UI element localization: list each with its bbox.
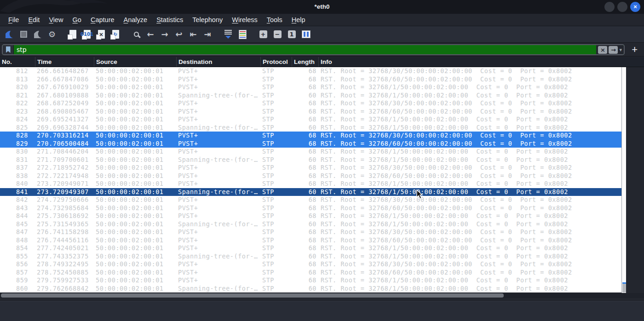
- cell-info: RST. Root = 32768/1/50:00:00:02:00:00 Co…: [319, 156, 622, 164]
- packet-row-830[interactable]: 830271.70844620450:00:00:02:00:01PVST+ST…: [0, 148, 622, 156]
- zoom-out-icon[interactable]: −: [271, 28, 284, 41]
- menu-analyze[interactable]: Analyze: [119, 14, 152, 26]
- colorize-icon[interactable]: [236, 28, 249, 41]
- menu-wireless[interactable]: Wireless: [227, 14, 262, 26]
- zoom-in-icon[interactable]: +: [257, 28, 270, 41]
- menu-telephony[interactable]: Telephony: [188, 14, 227, 26]
- horizontal-scrollbar-thumb[interactable]: [1, 293, 504, 298]
- clear-filter-button[interactable]: ×: [598, 46, 607, 54]
- go-back-icon[interactable]: ←: [144, 28, 157, 41]
- packet-row-837[interactable]: 837272.71895274250:00:00:02:00:01PVST+ST…: [0, 164, 622, 172]
- minimize-button[interactable]: [604, 2, 615, 12]
- menu-file[interactable]: File: [4, 14, 23, 26]
- go-to-packet-icon[interactable]: ↩: [172, 28, 185, 41]
- cell-destination: PVST+: [177, 244, 261, 252]
- packet-row-822[interactable]: 822268.68725204950:00:00:02:00:01PVST+ST…: [0, 99, 622, 108]
- reload-file-icon[interactable]: ↻: [109, 28, 122, 41]
- packet-row-813[interactable]: 813266.66784708650:00:00:02:00:01PVST+ST…: [0, 75, 622, 84]
- filter-bookmark-button[interactable]: [3, 45, 14, 54]
- cell-protocol: STP: [261, 269, 292, 277]
- packet-row-823[interactable]: 823268.69080546750:00:00:02:00:01PVST+ST…: [0, 108, 622, 116]
- column-header-no[interactable]: No.: [0, 57, 35, 67]
- packet-row-856[interactable]: 856278.74932249550:00:00:02:00:01PVST+ST…: [0, 260, 622, 269]
- cell-no: 812: [0, 67, 35, 75]
- zoom-100-icon[interactable]: 1: [285, 28, 298, 41]
- pane-splitter[interactable]: ·····: [0, 298, 644, 301]
- cell-destination: PVST+: [177, 75, 261, 84]
- packet-row-828[interactable]: 828270.70331621450:00:00:02:00:01PVST+ST…: [0, 132, 622, 140]
- packet-row-843[interactable]: 843274.73298568450:00:00:02:00:01PVST+ST…: [0, 204, 622, 212]
- vertical-scrollbar[interactable]: [621, 67, 626, 293]
- cell-info: RST. Root = 32768/1/50:00:00:02:00:00 Co…: [319, 285, 622, 293]
- column-header-source[interactable]: Source: [94, 57, 177, 67]
- menu-edit[interactable]: Edit: [23, 14, 44, 26]
- packet-row-812[interactable]: 812266.66164826750:00:00:02:00:01PVST+ST…: [0, 67, 622, 75]
- column-header-length[interactable]: Length: [292, 57, 319, 67]
- packet-row-842[interactable]: 842274.72975066650:00:00:02:00:01PVST+ST…: [0, 196, 622, 204]
- resize-columns-icon[interactable]: [299, 28, 312, 41]
- menu-help[interactable]: Help: [287, 14, 310, 26]
- packet-row-838[interactable]: 838272.72217494850:00:00:02:00:01PVST+ST…: [0, 172, 622, 180]
- bookmark-icon: [6, 46, 11, 53]
- horizontal-scrollbar[interactable]: [0, 293, 644, 298]
- filter-input-area[interactable]: stp: [14, 45, 596, 54]
- packet-row-829[interactable]: 829270.70650048450:00:00:02:00:01PVST+ST…: [0, 140, 622, 148]
- menu-statistics[interactable]: Statistics: [152, 14, 188, 26]
- cell-no: 822: [0, 99, 35, 108]
- save-file-icon[interactable]: 0101: [80, 28, 93, 41]
- close-file-icon[interactable]: ×: [95, 28, 108, 41]
- menu-tools[interactable]: Tools: [262, 14, 287, 26]
- packet-row-840[interactable]: 840273.72094907150:00:00:02:00:01PVST+ST…: [0, 180, 622, 188]
- column-header-time[interactable]: Time: [35, 57, 94, 67]
- packet-row-841[interactable]: 841273.72094930750:00:00:02:00:01Spannin…: [0, 188, 622, 196]
- menu-go[interactable]: Go: [68, 14, 86, 26]
- cell-time: 271.708446204: [35, 148, 94, 156]
- main-toolbar: ⚙0101×↻←→↩⇤⇥+−1: [0, 26, 644, 43]
- open-file-icon[interactable]: [66, 28, 79, 41]
- packet-row-847[interactable]: 847276.74115829850:00:00:02:00:01PVST+ST…: [0, 228, 622, 236]
- go-last-packet-icon[interactable]: ⇥: [201, 28, 214, 41]
- packet-row-820[interactable]: 820267.67691002950:00:00:02:00:01PVST+ST…: [0, 83, 622, 92]
- start-capture-icon[interactable]: [3, 28, 16, 41]
- display-filter-field[interactable]: stp × → ▾: [2, 44, 625, 55]
- packet-row-844[interactable]: 844275.73061869250:00:00:02:00:01PVST+ST…: [0, 212, 622, 220]
- packet-row-860[interactable]: 860279.76266884250:00:00:02:00:01Spannin…: [0, 285, 622, 293]
- packet-row-855[interactable]: 855277.74335237550:00:00:02:00:01Spannin…: [0, 252, 622, 261]
- add-filter-expression-button[interactable]: +: [632, 43, 638, 56]
- filter-input-value: stp: [17, 46, 27, 53]
- go-forward-icon[interactable]: →: [158, 28, 171, 41]
- window-controls: ×: [604, 2, 640, 12]
- column-header-protocol[interactable]: Protocol: [261, 57, 292, 67]
- cell-protocol: STP: [261, 244, 292, 252]
- cell-length: 68: [292, 140, 319, 148]
- menu-view[interactable]: View: [44, 14, 68, 26]
- packet-row-821[interactable]: 821267.68010988850:00:00:02:00:01Spannin…: [0, 92, 622, 100]
- packet-row-831[interactable]: 831271.70970060150:00:00:02:00:01Spannin…: [0, 156, 622, 164]
- capture-options-icon[interactable]: ⚙: [46, 28, 58, 41]
- stop-capture-icon[interactable]: [17, 28, 30, 41]
- apply-filter-button[interactable]: →: [609, 46, 618, 54]
- close-button[interactable]: ×: [630, 2, 640, 12]
- packet-row-825[interactable]: 825269.69632874450:00:00:02:00:01Spannin…: [0, 124, 622, 132]
- auto-scroll-icon[interactable]: [222, 28, 235, 41]
- packet-row-848[interactable]: 848276.74445611650:00:00:02:00:01PVST+ST…: [0, 236, 622, 245]
- maximize-button[interactable]: [617, 2, 627, 12]
- vertical-scrollbar-thumb[interactable]: [622, 282, 626, 292]
- cell-time: 273.720949307: [35, 188, 94, 196]
- packet-row-824[interactable]: 824269.69524132750:00:00:02:00:01PVST+ST…: [0, 115, 622, 124]
- filter-dropdown-caret[interactable]: ▾: [619, 47, 622, 53]
- packet-row-859[interactable]: 859279.75992753350:00:00:02:00:01PVST+ST…: [0, 276, 622, 285]
- wireshark-window: *eth0 × FileEditViewGoCaptureAnalyzeStat…: [0, 0, 644, 321]
- column-header-destination[interactable]: Destination: [177, 57, 261, 67]
- menu-capture[interactable]: Capture: [86, 14, 119, 26]
- find-packet-icon[interactable]: [130, 28, 143, 41]
- go-first-packet-icon[interactable]: ⇤: [187, 28, 200, 41]
- packet-row-854[interactable]: 854277.74240502150:00:00:02:00:01PVST+ST…: [0, 244, 622, 252]
- packet-row-845[interactable]: 845275.73154936550:00:00:02:00:01Spannin…: [0, 220, 622, 229]
- close-icon: ×: [633, 3, 637, 10]
- restart-capture-icon[interactable]: [31, 28, 44, 41]
- cell-destination: PVST+: [177, 99, 261, 108]
- column-header-info[interactable]: Info: [319, 57, 644, 67]
- packet-row-857[interactable]: 857278.75245088550:00:00:02:00:01PVST+ST…: [0, 269, 622, 277]
- cell-source: 50:00:00:02:00:01: [94, 252, 177, 261]
